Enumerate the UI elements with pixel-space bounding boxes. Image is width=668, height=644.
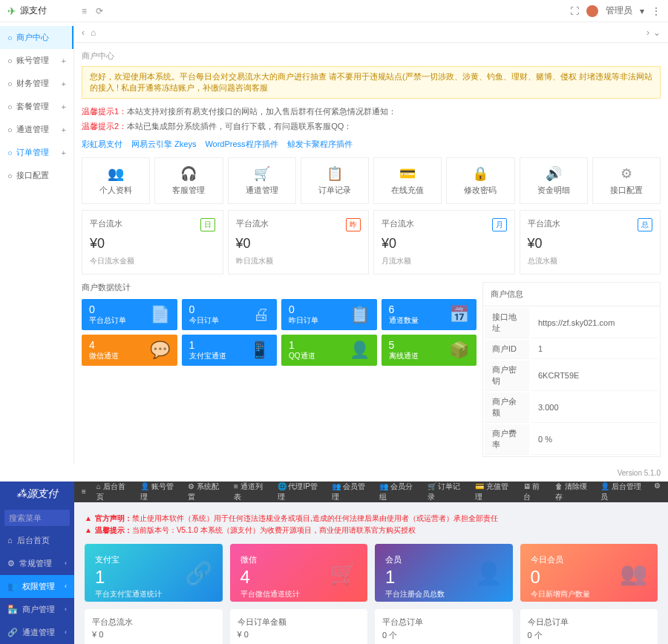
flow-title: 平台流水 [236,218,269,231]
sidebar-item-0[interactable]: ○商户中心 [0,26,73,49]
metric-card-1: 微信4平台微信通道统计🛒 [230,544,368,602]
sidebar-item-4[interactable]: ○通道管理+ [0,118,73,141]
metric-sub: 平台支付宝通道统计 [95,589,212,599]
sum-card-1: 今日订单金额¥ 0 [230,609,368,644]
topbar-item[interactable]: 👤 账号管理 [140,482,177,502]
quick-icon: 💳 [377,165,438,182]
bot-sidebar-item-2[interactable]: 👥权限管理‹ [0,575,74,598]
stat-label: 离线通道 [389,351,419,361]
tab-more-icon[interactable]: ⌄ [653,27,661,38]
expand-icon: + [62,56,66,65]
stat-label: 微信通道 [89,351,119,361]
metric-icon: 🛒 [330,559,357,585]
plugin-link[interactable]: WordPress程序插件 [205,139,278,148]
stat-card-6[interactable]: 1QQ通道👤 [281,335,377,366]
topbar-right-item[interactable]: 🗑 清除缓存 [555,482,590,502]
quick-label: 通道管理 [232,185,292,196]
sidebar-item-3[interactable]: ○套餐管理+ [0,95,73,118]
topbar-item[interactable]: ⚙ 系统配置 [188,482,223,502]
bot-sidebar-item-1[interactable]: ⚙常规管理‹ [0,552,74,575]
tab-next-icon[interactable]: › [646,27,649,38]
nav-label: 套餐管理 [16,101,49,112]
topbar-right-item[interactable]: 🖥 前台 [523,482,545,502]
sidebar-item-1[interactable]: ○账号管理+ [0,49,73,72]
quick-card-0[interactable]: 👥个人资料 [82,157,150,204]
sidebar-item-5[interactable]: ○订单管理+ [0,141,73,164]
tab-prev-icon[interactable]: ‹ [82,27,85,38]
brand-text: 源支付 [20,4,47,17]
topbar-item[interactable]: 👥 会员分组 [379,482,416,502]
quick-card-6[interactable]: 🔊资金明细 [520,157,588,204]
sum-title: 今日总订单 [528,617,651,628]
nav-icon: ○ [7,102,13,111]
nav-icon: ⌂ [7,536,13,545]
plugin-link[interactable]: 网易云引擎 Zkeys [131,139,196,148]
user-label[interactable]: 管理员 [606,4,632,17]
info-row: 商户余额3.000 [485,392,658,423]
stat-card-3[interactable]: 6通道数量📅 [382,299,477,330]
bot-sidebar-item-4[interactable]: 🔗通道管理‹ [0,621,74,644]
chevron-down-icon[interactable]: ▾ [640,6,644,16]
info-row: 商户密钥6KCRT59E [485,361,658,391]
menu-icon[interactable]: ≡ [82,6,87,16]
bot-sidebar-item-3[interactable]: 🏪商户管理‹ [0,598,74,621]
quick-card-1[interactable]: 🎧客服管理 [154,157,223,204]
menu-toggle-icon[interactable]: ≡ [82,487,86,496]
quick-icon: 🛒 [232,165,292,182]
nav-icon: ○ [7,125,13,134]
more-icon[interactable]: ⋮ [652,6,661,16]
quick-card-4[interactable]: 💳在线充值 [373,157,442,204]
nav-label: 通道管理 [22,627,55,638]
info-key: 商户余额 [485,392,529,423]
info-value: https://zf.sky021.com [531,308,658,338]
quick-card-2[interactable]: 🛒通道管理 [228,157,296,204]
topbar-item[interactable]: 🌐 代理IP管理 [278,482,321,502]
stat-label: QQ通道 [289,351,315,361]
fullscreen-icon[interactable]: ⛶ [570,6,579,16]
metric-card-3: 今日会员0今日新增商户数量👥 [520,544,658,602]
topbar-right-item[interactable]: 👤 后台管理员 [600,482,644,502]
quick-card-7[interactable]: ⚙接口配置 [592,157,661,204]
plugin-link[interactable]: 鲸发卡聚程序插件 [287,139,353,148]
topbar-item[interactable]: ⌂ 后台首页 [96,482,130,502]
bot-sidebar-item-0[interactable]: ⌂后台首页 [0,529,74,552]
flow-title: 平台流水 [528,218,560,231]
merchant-info-title: 商户信息 [483,283,660,306]
quick-icon: 👥 [85,165,146,182]
home-icon[interactable]: ⌂ [91,27,96,38]
topbar-item[interactable]: 🛒 订单记录 [428,482,465,502]
sum-value: ¥ 0 [238,630,361,639]
quick-icon: 🔊 [523,165,584,182]
gear-icon[interactable]: ⚙ [654,482,661,502]
breadcrumb: 商户中心 [82,50,661,66]
metric-icon: 👥 [620,559,647,585]
search-box[interactable]: 🔍 [4,510,70,526]
sidebar-item-6[interactable]: ○接口配置 [0,164,73,187]
stat-card-0[interactable]: 0平台总订单📄 [82,299,177,330]
refresh-icon[interactable]: ⟳ [96,6,103,16]
chevron-left-icon: ‹ [65,628,67,636]
brand: ✈ 源支付 [7,4,74,17]
nav-icon: ○ [7,56,13,65]
plugin-link[interactable]: 彩虹易支付 [82,139,122,148]
info-row: 商户费率0 % [485,424,658,455]
topbar-item[interactable]: ≡ 通道列表 [234,482,267,502]
avatar[interactable] [586,5,598,17]
flow-sub: 月流水额 [382,256,507,266]
topbar-item[interactable]: 👥 会员管理 [332,482,369,502]
quick-card-5[interactable]: 🔒修改密码 [446,157,514,204]
quick-card-3[interactable]: 📋订单记录 [301,157,369,204]
expand-icon: + [62,102,66,111]
chevron-left-icon: ‹ [65,582,67,590]
stat-card-5[interactable]: 1支付宝通道📱 [182,335,278,366]
quick-label: 资金明细 [523,185,584,196]
sidebar-item-2[interactable]: ○财务管理+ [0,72,73,95]
stat-card-4[interactable]: 4微信通道💬 [82,335,177,366]
topbar-item[interactable]: 💳 充值管理 [475,482,512,502]
stat-card-2[interactable]: 0昨日订单📋 [281,299,377,330]
stat-card-1[interactable]: 0今日订单🖨 [182,299,278,330]
nav-icon: ⚙ [7,559,15,568]
sum-value: ¥ 0 [92,630,215,639]
stat-card-7[interactable]: 5离线通道📦 [382,335,477,366]
stat-icon: 🖨 [253,305,269,324]
